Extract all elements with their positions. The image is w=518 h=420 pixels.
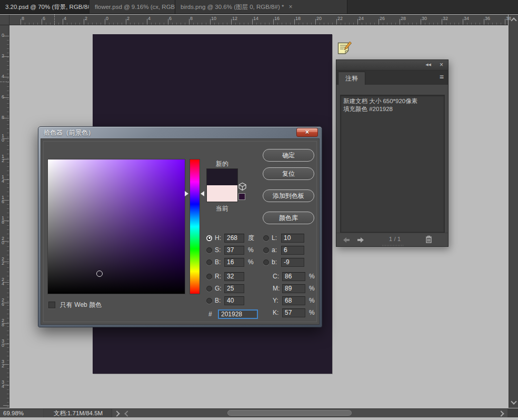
scroll-right-icon[interactable] [498,411,504,416]
note-annotation-icon[interactable] [337,41,352,57]
b-rgb-radio[interactable] [206,298,212,304]
field-row-b-lab: b: [263,257,304,267]
dialog-body: 新的 当前 确定 复位 添加到色板 颜色库 H: 度 [41,138,320,325]
field-row-c: C: % [273,272,315,281]
field-row-b-rgb: B: [206,296,244,305]
y-input[interactable] [282,296,305,305]
ruler-number: 10 [211,16,216,21]
b-input[interactable] [224,258,244,267]
ruler-number: 30 [2,339,4,347]
hex-input[interactable] [218,309,258,319]
s-input[interactable] [224,246,244,255]
color-field-cursor[interactable] [96,271,103,277]
ruler-number: 32 [443,16,448,21]
vertical-ruler[interactable]: 0246810121416182022242628303234 [0,25,9,408]
ruler-number: 2 [2,54,4,58]
ruler-number: 8 [22,16,24,21]
b-rgb-input[interactable] [224,296,244,305]
field-row-g: G: [206,284,244,293]
h-radio[interactable] [206,235,212,241]
horizontal-ruler[interactable]: 864202468101214161820222426283032343638 [9,15,508,25]
ruler-number: 6 [2,95,4,99]
cursor-position-marker [0,82,9,82]
ruler-number: 4 [2,74,4,78]
saturation-brightness-field[interactable] [47,159,185,294]
h-input[interactable] [224,234,244,243]
document-size-info: 文档:1.71M/84.5M [45,409,112,417]
panel-resize-grip[interactable] [382,245,403,246]
ruler-number: 22 [337,16,343,21]
window-edge [0,417,518,420]
field-row-k: K: % [273,308,315,317]
scroll-down-icon[interactable] [511,398,516,404]
scroll-up-icon[interactable] [511,17,516,23]
close-icon[interactable]: × [296,128,318,137]
hue-slider[interactable] [190,159,200,294]
ok-button[interactable]: 确定 [263,149,314,162]
previous-note-icon[interactable] [343,236,351,245]
status-popup-icon[interactable] [114,411,119,416]
reset-button[interactable]: 复位 [263,167,314,180]
document-tab-1[interactable]: 3.20.psd @ 70% (背景, RGB/8#) * × [0,0,89,14]
delete-note-icon[interactable] [425,235,432,245]
document-tab-2[interactable]: flower.psd @ 9.16% (cx, RGB/8) * × [89,0,175,14]
hue-slider-marker-left[interactable] [185,191,188,196]
g-input[interactable] [224,284,244,293]
ruler-number: 20 [316,16,322,21]
status-bar: 69.98% 文档:1.71M/84.5M [0,408,518,417]
field-row-s: S: % [206,245,254,255]
r-radio[interactable] [206,274,212,279]
ruler-number: 32 [2,359,4,368]
notes-panel-header[interactable]: ◀◀ × [336,60,448,71]
a-radio[interactable] [263,247,269,253]
a-input[interactable] [281,246,304,255]
ruler-number: 22 [2,257,4,265]
ruler-number: 26 [380,16,385,21]
scroll-left-icon[interactable] [124,411,130,416]
web-color-warning-cube-icon[interactable] [238,182,247,193]
g-radio[interactable] [206,286,212,292]
web-colors-only-checkbox[interactable] [48,302,55,308]
tab-notes[interactable]: 注释 [338,72,365,85]
zoom-level-field[interactable]: 69.98% [0,409,44,417]
close-icon[interactable]: × [440,61,443,68]
ruler-number: 6 [43,16,45,21]
notes-tab-row: 注释 ≡ [336,71,448,85]
document-tab-3[interactable]: birds.png @ 30.6% (图层 0, RGB/8#) * × [175,0,347,14]
ruler-number: 20 [2,236,4,245]
ruler-number: 30 [422,16,427,21]
new-color-label: 新的 [206,159,238,168]
web-safe-color-swatch[interactable] [238,193,245,200]
vertical-scrollbar[interactable] [509,15,518,408]
note-text-area[interactable]: 新建文档 大小 650*920像素 填充颜色 #201928 [340,95,445,233]
web-colors-only-label: 只有 Web 颜色 [60,301,102,309]
collapse-panel-icon[interactable]: ◀◀ [425,63,431,67]
c-input[interactable] [282,272,305,281]
note-pager: 1 / 1 [376,236,413,242]
next-note-icon[interactable] [356,236,364,245]
l-input[interactable] [281,234,304,243]
r-input[interactable] [224,272,244,281]
tab-label: flower.psd @ 9.16% (cx, RGB/8) * [95,4,175,10]
k-input[interactable] [282,308,305,317]
close-icon[interactable]: × [288,4,292,10]
b-lab-radio[interactable] [263,259,269,265]
color-libraries-button[interactable]: 颜色库 [263,212,314,224]
ruler-number: 28 [2,318,4,327]
add-to-swatches-button[interactable]: 添加到色板 [263,189,314,202]
ruler-number: 34 [2,380,4,388]
hue-slider-marker-right[interactable] [201,191,204,196]
m-input[interactable] [282,284,305,293]
dialog-title: 拾色器（前景色） [44,128,94,137]
b-radio[interactable] [206,259,212,265]
s-radio[interactable] [206,247,212,253]
b-lab-input[interactable] [281,258,304,267]
l-radio[interactable] [263,235,269,241]
new-color-swatch [207,169,237,185]
ruler-number: 18 [2,216,4,224]
horizontal-scrollbar-thumb[interactable] [227,410,352,416]
cursor-position-marker [54,15,55,25]
ruler-number: 34 [464,16,469,21]
panel-menu-icon[interactable]: ≡ [440,73,444,81]
document-tab-bar: 3.20.psd @ 70% (背景, RGB/8#) * × flower.p… [0,0,518,14]
